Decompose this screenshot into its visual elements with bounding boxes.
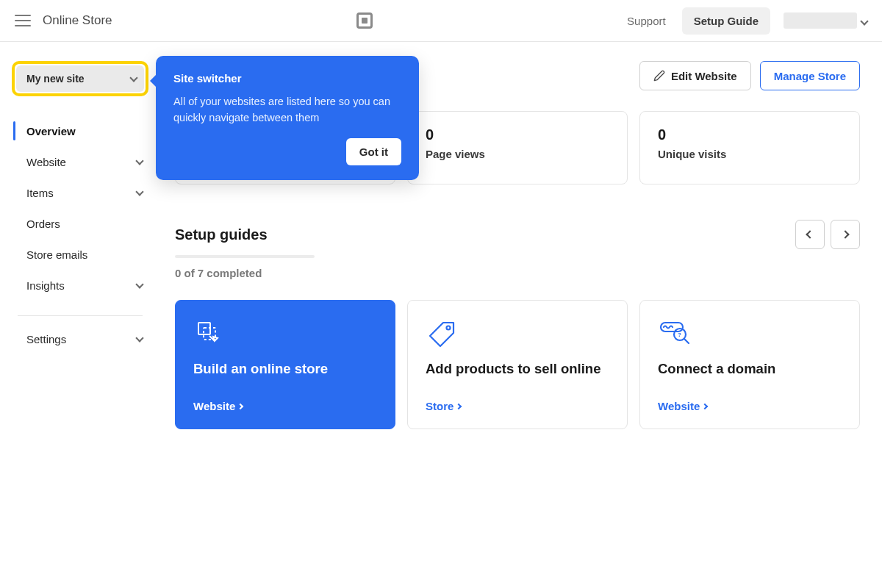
chevron-left-icon bbox=[806, 230, 814, 238]
support-link[interactable]: Support bbox=[617, 7, 676, 35]
stat-value: 0 bbox=[426, 126, 609, 143]
nav-insights[interactable]: Insights bbox=[0, 270, 160, 301]
nav-label: Website bbox=[26, 156, 66, 168]
guide-link[interactable]: Website bbox=[658, 400, 842, 412]
nav-label: Overview bbox=[26, 125, 76, 137]
chevron-down-icon bbox=[137, 190, 143, 196]
setup-progress-text: 0 of 7 completed bbox=[175, 267, 860, 279]
stat-card-unique-visits[interactable]: 0 Unique visits bbox=[639, 111, 860, 184]
guide-card-connect-domain[interactable]: ? Connect a domain Website bbox=[639, 300, 860, 429]
pencil-icon bbox=[653, 70, 665, 82]
stat-label: Unique visits bbox=[658, 148, 842, 160]
sidebar: My new site Overview Website Items Order… bbox=[0, 42, 160, 429]
nav-label: Insights bbox=[26, 279, 65, 292]
chevron-down-icon bbox=[131, 76, 137, 82]
setup-cards-row: Build an online store Website Add produc… bbox=[175, 300, 860, 429]
site-switcher-popover: Site switcher All of your websites are l… bbox=[156, 56, 419, 180]
topbar-right: Support Setup Guide bbox=[617, 7, 867, 35]
got-it-button[interactable]: Got it bbox=[346, 138, 401, 165]
chevron-down-icon bbox=[137, 159, 143, 165]
topbar-center bbox=[112, 12, 617, 29]
square-logo-icon[interactable] bbox=[356, 12, 373, 29]
app-title: Online Store bbox=[43, 13, 112, 28]
guide-link-label: Store bbox=[426, 400, 453, 412]
nav-store-emails[interactable]: Store emails bbox=[0, 239, 160, 270]
chevron-right-icon bbox=[702, 403, 708, 409]
nav-label: Store emails bbox=[26, 248, 87, 261]
carousel-next-button[interactable] bbox=[831, 220, 860, 249]
account-menu[interactable] bbox=[776, 12, 867, 29]
topbar: Online Store Support Setup Guide bbox=[0, 0, 882, 42]
site-switcher[interactable]: My new site bbox=[16, 65, 144, 92]
setup-progress-bar bbox=[175, 255, 315, 258]
guide-link[interactable]: Store bbox=[426, 400, 609, 412]
chevron-down-icon bbox=[137, 337, 143, 342]
chevron-down-icon bbox=[137, 283, 143, 288]
chevron-right-icon bbox=[237, 403, 243, 409]
nav-label: Orders bbox=[26, 218, 60, 230]
nav-label: Settings bbox=[26, 333, 66, 345]
stat-card-page-views[interactable]: 0 Page views bbox=[407, 111, 628, 184]
nav-settings[interactable]: Settings bbox=[0, 323, 160, 354]
button-label: Manage Store bbox=[774, 70, 846, 82]
setup-guide-button[interactable]: Setup Guide bbox=[682, 7, 770, 35]
setup-guides-heading: Setup guides bbox=[175, 226, 268, 243]
nav-overview[interactable]: Overview bbox=[0, 115, 160, 146]
nav-items[interactable]: Items bbox=[0, 177, 160, 208]
nav-label: Items bbox=[26, 187, 54, 199]
chevron-down-icon bbox=[861, 14, 867, 27]
guide-title: Connect a domain bbox=[658, 361, 842, 377]
guide-link-label: Website bbox=[193, 400, 235, 412]
topbar-left: Online Store bbox=[15, 13, 112, 28]
guide-title: Add products to sell online bbox=[426, 361, 609, 377]
guide-card-add-products[interactable]: Add products to sell online Store bbox=[407, 300, 628, 429]
stat-value: 0 bbox=[658, 126, 842, 143]
edit-website-button[interactable]: Edit Website bbox=[639, 61, 751, 90]
stat-label: Page views bbox=[426, 148, 609, 160]
guide-link-label: Website bbox=[658, 400, 700, 412]
menu-icon[interactable] bbox=[15, 15, 31, 26]
guide-title: Build an online store bbox=[193, 361, 377, 377]
account-placeholder bbox=[784, 12, 857, 29]
tag-icon bbox=[426, 318, 609, 351]
sidebar-nav: Overview Website Items Orders Store emai… bbox=[0, 115, 160, 308]
carousel-prev-button[interactable] bbox=[795, 220, 825, 249]
chevron-right-icon bbox=[841, 230, 849, 238]
manage-store-button[interactable]: Manage Store bbox=[760, 61, 860, 90]
site-switcher-label: My new site bbox=[26, 73, 85, 85]
sidebar-nav-secondary: Settings bbox=[0, 323, 160, 362]
guide-card-build-store[interactable]: Build an online store Website bbox=[175, 300, 395, 429]
nav-orders[interactable]: Orders bbox=[0, 208, 160, 239]
nav-separator bbox=[18, 315, 143, 316]
nav-website[interactable]: Website bbox=[0, 146, 160, 177]
site-switcher-highlight: My new site bbox=[12, 61, 148, 96]
svg-point-2 bbox=[447, 326, 451, 330]
layout-icon bbox=[193, 318, 377, 351]
popover-title: Site switcher bbox=[173, 72, 401, 85]
domain-search-icon: ? bbox=[658, 318, 842, 351]
svg-text:?: ? bbox=[678, 331, 681, 338]
popover-body: All of your websites are listed here so … bbox=[173, 93, 401, 126]
chevron-right-icon bbox=[456, 403, 462, 409]
button-label: Edit Website bbox=[671, 70, 737, 82]
guide-link[interactable]: Website bbox=[193, 400, 377, 412]
